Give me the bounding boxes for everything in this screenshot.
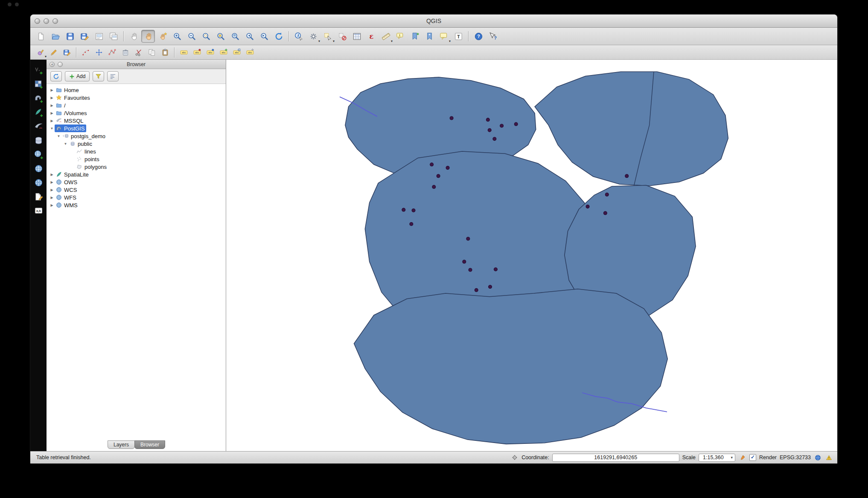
cut-features-button[interactable] bbox=[132, 46, 145, 58]
panel-float-button[interactable] bbox=[58, 62, 63, 67]
tree-item-postgis-demo[interactable]: ▼postgis_demo bbox=[47, 132, 226, 140]
zoom-next-button[interactable] bbox=[257, 30, 271, 43]
expander-icon[interactable]: ▶ bbox=[49, 173, 55, 177]
add-wms-layer-button[interactable] bbox=[32, 148, 45, 160]
new-print-composer-button[interactable] bbox=[92, 30, 106, 43]
tree-item-lines[interactable]: lines bbox=[47, 148, 226, 155]
add-wfs-layer-button[interactable] bbox=[32, 177, 45, 188]
expander-icon[interactable]: ▼ bbox=[63, 142, 68, 146]
render-checkbox[interactable]: ✓ bbox=[749, 454, 756, 461]
tree-item-mssql[interactable]: ▶MSSQL bbox=[47, 117, 226, 124]
add-wcs-layer-button[interactable] bbox=[32, 162, 45, 174]
show-statistics-button[interactable]: ε bbox=[364, 30, 378, 43]
copy-features-button[interactable] bbox=[146, 46, 158, 58]
collapse-all-button[interactable] bbox=[107, 71, 119, 81]
zoom-last-button[interactable] bbox=[243, 30, 256, 43]
select-features-button[interactable]: ▾ bbox=[321, 30, 335, 43]
node-tool-button[interactable] bbox=[106, 46, 118, 58]
labeling-button[interactable]: abc bbox=[178, 46, 190, 58]
toggle-editing-button[interactable] bbox=[47, 46, 60, 58]
pan-map-button[interactable] bbox=[141, 30, 155, 43]
expander-icon[interactable]: ▶ bbox=[49, 111, 55, 115]
new-project-button[interactable] bbox=[34, 30, 48, 43]
refresh-map-button[interactable] bbox=[272, 30, 285, 43]
close-window-button[interactable] bbox=[35, 18, 40, 24]
expander-icon[interactable]: ▶ bbox=[49, 188, 55, 192]
expander-icon[interactable]: ▶ bbox=[49, 119, 55, 123]
add-oracle-layer-button[interactable] bbox=[32, 134, 45, 146]
tree-item-polygons[interactable]: polygons bbox=[47, 163, 226, 171]
label-pin-button[interactable]: abc bbox=[191, 46, 203, 58]
titlebar[interactable]: QGIS bbox=[30, 14, 837, 28]
expander-icon[interactable]: ▶ bbox=[49, 180, 55, 184]
expander-icon[interactable]: ▶ bbox=[49, 88, 55, 92]
zoom-full-button[interactable] bbox=[199, 30, 213, 43]
open-project-button[interactable] bbox=[49, 30, 62, 43]
tree-item-spatialite[interactable]: ▶SpatiaLite bbox=[47, 171, 226, 178]
panel-tab-layers[interactable]: Layers bbox=[108, 440, 135, 449]
panel-close-button[interactable]: × bbox=[50, 62, 55, 67]
new-shapefile-layer-button[interactable] bbox=[32, 191, 45, 203]
whats-this-button[interactable]: ? bbox=[486, 30, 500, 43]
panel-tab-browser[interactable]: Browser bbox=[134, 440, 165, 449]
text-annotation-button[interactable]: T bbox=[451, 30, 465, 43]
label-properties-button[interactable]: abc bbox=[244, 46, 256, 58]
save-project-as-button[interactable] bbox=[78, 30, 91, 43]
move-feature-button[interactable] bbox=[93, 46, 105, 58]
magnifier-draw-icon[interactable] bbox=[738, 454, 746, 462]
tree-item-wfs[interactable]: ▶WFS bbox=[47, 194, 226, 201]
deselect-features-button[interactable] bbox=[335, 30, 349, 43]
expander-icon[interactable]: ▶ bbox=[49, 104, 55, 107]
save-layer-edits-button[interactable] bbox=[61, 46, 73, 58]
mouse-position-icon[interactable] bbox=[510, 454, 518, 462]
tree-item-home[interactable]: ▶Home bbox=[47, 86, 226, 94]
add-postgis-layer-button[interactable] bbox=[32, 92, 45, 104]
composer-manager-button[interactable] bbox=[107, 30, 120, 43]
map-canvas[interactable] bbox=[226, 60, 837, 451]
help-contents-button[interactable]: ? bbox=[472, 30, 485, 43]
expander-icon[interactable]: ▼ bbox=[49, 127, 55, 130]
expander-icon[interactable]: ▶ bbox=[49, 196, 55, 200]
map-tips-button[interactable]: i bbox=[393, 30, 407, 43]
tree-item-favourites[interactable]: ▶Favourites bbox=[47, 94, 226, 101]
crs-status-icon[interactable] bbox=[814, 454, 822, 462]
tree-item-public[interactable]: ▼public bbox=[47, 140, 226, 148]
current-edits-button[interactable]: ▾ bbox=[34, 46, 47, 58]
refresh-browser-button[interactable] bbox=[50, 71, 62, 81]
label-rotate-button[interactable]: abc bbox=[230, 46, 243, 58]
tree-item-volumes[interactable]: ▶/Volumes bbox=[47, 109, 226, 117]
add-mssql-layer-button[interactable] bbox=[32, 120, 45, 132]
expander-icon[interactable]: ▶ bbox=[49, 96, 55, 100]
zoom-out-button[interactable] bbox=[185, 30, 198, 43]
measure-button[interactable]: ▾ bbox=[379, 30, 393, 43]
filter-browser-button[interactable] bbox=[93, 71, 104, 81]
show-bookmarks-button[interactable] bbox=[422, 30, 436, 43]
open-attribute-table-button[interactable] bbox=[350, 30, 364, 43]
paste-features-button[interactable] bbox=[159, 46, 171, 58]
tree-item-points[interactable]: points bbox=[47, 155, 226, 163]
minimize-window-button[interactable] bbox=[44, 18, 49, 24]
add-feature-button[interactable] bbox=[79, 46, 92, 58]
pan-to-selection-button[interactable] bbox=[156, 30, 169, 43]
add-selected-layers-button[interactable]: Add bbox=[65, 71, 90, 81]
run-feature-action-button[interactable]: ▾ bbox=[306, 30, 320, 43]
zoom-in-button[interactable] bbox=[170, 30, 184, 43]
coordinate-input[interactable] bbox=[552, 454, 679, 462]
label-move-button[interactable]: abc bbox=[217, 46, 230, 58]
add-spatialite-layer-button[interactable] bbox=[32, 106, 45, 118]
identify-features-button[interactable]: i bbox=[292, 30, 306, 43]
zoom-to-layer-button[interactable] bbox=[228, 30, 242, 43]
annotation-button[interactable]: ▾ bbox=[437, 30, 451, 43]
log-messages-icon[interactable] bbox=[825, 454, 833, 462]
add-raster-layer-button[interactable] bbox=[32, 78, 45, 90]
tree-item-wms[interactable]: ▶WMS bbox=[47, 201, 226, 209]
add-vector-layer-button[interactable] bbox=[32, 64, 45, 76]
tree-item-ows[interactable]: ▶OWS bbox=[47, 178, 226, 186]
zoom-window-button[interactable] bbox=[52, 18, 58, 24]
expander-icon[interactable]: ▼ bbox=[56, 134, 61, 138]
scale-combo[interactable]: 1:15,360 ▾ bbox=[699, 454, 735, 462]
label-show-hide-button[interactable]: abc bbox=[204, 46, 216, 58]
tree-item-postgis[interactable]: ▼PostGIS bbox=[47, 124, 226, 132]
add-delimited-text-layer-button[interactable]: a,b bbox=[32, 205, 45, 217]
expander-icon[interactable]: ▶ bbox=[49, 203, 55, 207]
